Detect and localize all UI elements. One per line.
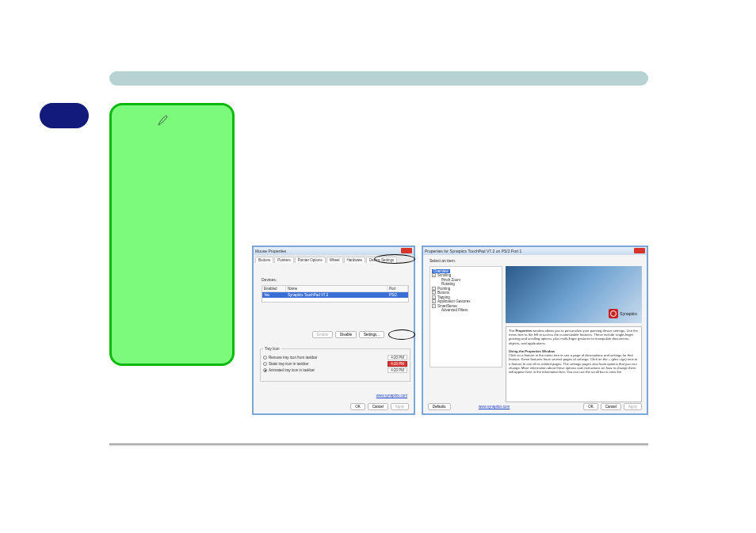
synaptics-logo: Synaptics: [609, 309, 637, 318]
ok-button[interactable]: OK: [350, 403, 365, 410]
tree-buttons[interactable]: +Buttons: [432, 291, 500, 295]
cancel-button[interactable]: Cancel: [368, 403, 388, 410]
mouse-props-title: Mouse Properties: [255, 249, 286, 253]
tree-scrolling[interactable]: +Scrolling: [432, 273, 500, 277]
col-port: Port: [388, 286, 408, 291]
cancel-button[interactable]: Cancel: [601, 403, 621, 410]
tray-time-2: 4:20 PM: [388, 361, 407, 367]
radio-animated-tray[interactable]: Animated tray icon in taskbar: [269, 368, 315, 372]
tree-smartsense[interactable]: −SmartSense: [432, 304, 500, 308]
tab-device-settings[interactable]: Device Settings: [366, 257, 397, 263]
tree-tapping[interactable]: +Tapping: [432, 295, 500, 299]
radio-remove-tray[interactable]: Remove tray icon from taskbar: [269, 356, 317, 360]
mouse-props-tabs: Buttons Pointers Pointer Options Wheel H…: [254, 255, 414, 263]
devices-grid: Enabled Name Port Yes Synaptics TouchPad…: [262, 285, 409, 303]
devices-label: Devices:: [262, 277, 277, 282]
mouse-props-titlebar: Mouse Properties: [254, 247, 414, 255]
footer-shadow: [109, 444, 648, 447]
tab-pointers[interactable]: Pointers: [274, 257, 294, 263]
desc-p2: Click on a feature in the menu tree to s…: [509, 353, 637, 374]
tree-overview[interactable]: Overview: [432, 269, 500, 273]
synaptics-link[interactable]: www.synaptics.com: [376, 394, 407, 398]
close-icon[interactable]: [401, 248, 412, 253]
tree-rotating[interactable]: Rotating: [432, 282, 500, 286]
device-name: Synaptics TouchPad V7.2: [286, 292, 388, 298]
synaptics-link[interactable]: www.synaptics.com: [479, 405, 510, 409]
enable-button[interactable]: Enable: [312, 331, 333, 338]
device-port: PS/2: [388, 292, 408, 298]
radio-static-tray[interactable]: Static tray icon in taskbar: [269, 362, 308, 366]
disable-button[interactable]: Disable: [335, 331, 357, 338]
tab-hardware[interactable]: Hardware: [344, 257, 366, 263]
tree-app-gestures[interactable]: +Application Gestures: [432, 299, 500, 303]
pen-icon: [157, 114, 170, 127]
device-row[interactable]: Yes Synaptics TouchPad V7.2 PS/2: [262, 292, 408, 298]
defaults-button[interactable]: Defaults: [428, 403, 451, 410]
device-enabled: Yes: [262, 292, 286, 298]
tab-pointer-options[interactable]: Pointer Options: [295, 257, 326, 263]
syn-props-titlebar: Properties for Synaptics TouchPad V7.2 o…: [423, 247, 647, 255]
callout-oval-settings: [388, 329, 415, 340]
tab-wheel[interactable]: Wheel: [326, 257, 343, 263]
tree-pointing[interactable]: +Pointing: [432, 287, 500, 291]
synaptics-swirl-icon: [609, 309, 618, 318]
tray-time-3: 4:20 PM: [388, 367, 407, 373]
step-badge: [40, 103, 89, 128]
description-box: The Properties window allows you to pers…: [506, 326, 642, 402]
syn-props-title: Properties for Synaptics TouchPad V7.2 o…: [425, 249, 521, 253]
tree-pinch-zoom[interactable]: Pinch Zoom: [432, 278, 500, 282]
tree-advanced-filters[interactable]: Advanced Filters: [432, 308, 500, 312]
apply-button[interactable]: Apply: [391, 403, 409, 410]
ok-button[interactable]: OK: [583, 403, 598, 410]
header-band: [109, 71, 648, 86]
tab-buttons[interactable]: Buttons: [255, 257, 273, 263]
radio-icon: [263, 362, 267, 366]
close-icon[interactable]: [634, 248, 645, 253]
tray-icon-legend: Tray Icon: [263, 347, 281, 351]
mouse-properties-screenshot: Mouse Properties Buttons Pointers Pointe…: [252, 246, 415, 415]
synaptics-properties-screenshot: Properties for Synaptics TouchPad V7.2 o…: [422, 246, 648, 415]
select-item-label: Select an item:: [430, 258, 456, 263]
tray-icon-group: Tray Icon Remove tray icon from taskbar …: [260, 347, 410, 382]
settings-button[interactable]: Settings...: [359, 331, 384, 338]
col-name: Name: [286, 286, 388, 291]
radio-icon: [263, 356, 267, 360]
synaptics-logo-text: Synaptics: [620, 311, 637, 316]
feature-tree: Overview +Scrolling Pinch Zoom Rotating …: [430, 266, 502, 367]
preview-image: Synaptics: [506, 266, 642, 323]
tray-time-1: 4:20 PM: [388, 355, 407, 360]
radio-icon: [263, 368, 267, 372]
col-enabled: Enabled: [262, 286, 286, 291]
apply-button[interactable]: Apply: [624, 403, 642, 410]
note-panel: [109, 103, 235, 366]
